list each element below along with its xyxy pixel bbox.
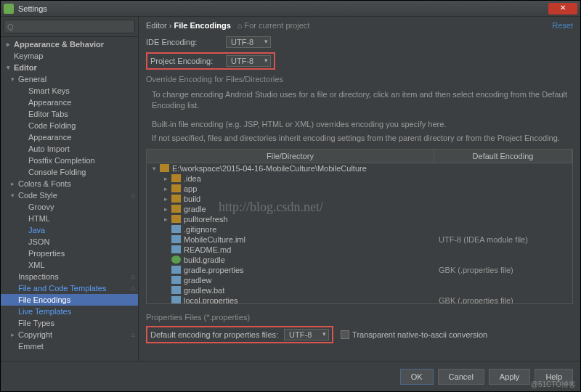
file-icon — [171, 276, 181, 284]
table-header: File/Directory Default Encoding — [147, 150, 572, 163]
table-row[interactable]: gradlew.bat — [147, 285, 572, 295]
folder-icon — [171, 205, 181, 213]
sidebar-item[interactable]: File Types — [1, 317, 138, 329]
properties-label: Default encoding for properties files: — [150, 330, 278, 339]
sidebar-item[interactable]: Postfix Completion — [1, 155, 138, 166]
sidebar-item[interactable]: File and Code Templates⌂ — [1, 282, 138, 294]
table-row[interactable]: ▸build — [147, 194, 572, 204]
sidebar-item[interactable]: ▾General — [1, 73, 138, 85]
table-row[interactable]: build.gradle — [147, 255, 572, 265]
table-row[interactable]: .gitignore — [147, 224, 572, 234]
override-desc2: Built-in file encoding (e.g. JSP, HTML o… — [152, 119, 573, 130]
window-title: Settings — [18, 4, 548, 13]
table-row[interactable]: README.md — [147, 245, 572, 255]
sidebar-item[interactable]: Emmet — [1, 340, 138, 352]
folder-icon — [171, 215, 181, 223]
sidebar-item[interactable]: Groovy — [1, 201, 138, 213]
sidebar-item[interactable]: File Encodings⌂ — [1, 294, 138, 306]
sidebar-item[interactable]: JSON — [1, 236, 138, 248]
folder-icon — [171, 195, 181, 203]
reset-link[interactable]: Reset — [552, 21, 573, 30]
sidebar-item[interactable]: Auto Import — [1, 143, 138, 155]
sidebar-item[interactable]: HTML — [1, 213, 138, 224]
apply-button[interactable]: Apply — [489, 369, 531, 385]
table-row[interactable]: ▸pulltorefresh — [147, 214, 572, 224]
transparent-label: Transparent native-to-ascii conversion — [352, 330, 487, 339]
sidebar-item[interactable]: ▸Colors & Fonts — [1, 178, 138, 189]
folder-icon — [171, 174, 181, 182]
content-pane: Editor › File Encodings ⌂ For current pr… — [139, 17, 580, 361]
file-icon — [171, 225, 181, 233]
breadcrumb: Editor › File Encodings ⌂ For current pr… — [146, 21, 309, 30]
table-row[interactable]: local.propertiesGBK (.properties file) — [147, 295, 572, 304]
app-icon — [4, 4, 14, 14]
table-row[interactable]: ▸gradle — [147, 204, 572, 214]
sidebar-item[interactable]: Appearance — [1, 131, 138, 143]
table-row[interactable]: gradlew — [147, 275, 572, 285]
sidebar-item[interactable]: ▾Code Style⌂ — [1, 189, 138, 201]
ide-encoding-label: IDE Encoding: — [146, 38, 226, 46]
file-icon — [171, 266, 181, 274]
folder-icon — [171, 184, 181, 192]
titlebar: Settings ✕ — [1, 1, 580, 17]
ide-encoding-dropdown[interactable]: UTF-8 — [226, 36, 271, 48]
sidebar-item[interactable]: XML — [1, 259, 138, 271]
settings-tree[interactable]: ▸Appearance & BehaviorKeymap▾Editor▾Gene… — [1, 37, 138, 361]
project-encoding-highlight: Project Encoding: UTF-8 — [146, 52, 275, 70]
dialog-footer: OK Cancel Apply Help — [1, 361, 580, 391]
sidebar-item[interactable]: Code Folding — [1, 120, 138, 131]
file-icon — [171, 286, 181, 294]
search-row — [1, 17, 138, 37]
properties-dropdown[interactable]: UTF-8 — [284, 329, 329, 340]
file-icon — [171, 245, 181, 253]
override-desc3: If not specified, files and directories … — [152, 133, 573, 144]
sidebar: ▸Appearance & BehaviorKeymap▾Editor▾Gene… — [1, 17, 139, 361]
file-icon — [171, 235, 181, 243]
sidebar-item[interactable]: Properties — [1, 248, 138, 259]
file-icon — [171, 296, 181, 304]
sidebar-item[interactable]: Smart Keys — [1, 85, 138, 97]
search-input[interactable] — [4, 20, 135, 33]
table-row[interactable]: MobileCulture.imlUTF-8 (IDEA module file… — [147, 234, 572, 245]
sidebar-item[interactable]: ▾Editor — [1, 62, 138, 73]
sidebar-item[interactable]: Live Templates — [1, 306, 138, 317]
table-row[interactable]: ▾E:\workspace\2015-04-16-MobileCulture\M… — [147, 163, 572, 173]
sidebar-item[interactable]: Java — [1, 224, 138, 236]
sidebar-item[interactable]: ▸Appearance & Behavior — [1, 38, 138, 50]
table-row[interactable]: ▸.idea — [147, 173, 572, 184]
properties-heading: Properties Files (*.properties) — [146, 313, 573, 322]
transparent-checkbox[interactable] — [341, 330, 349, 339]
sidebar-item[interactable]: Keymap — [1, 50, 138, 62]
project-encoding-dropdown[interactable]: UTF-8 — [226, 55, 271, 67]
table-row[interactable]: gradle.propertiesGBK (.properties file) — [147, 265, 572, 275]
sidebar-item[interactable]: Editor Tabs — [1, 108, 138, 120]
table-row[interactable]: ▸app — [147, 184, 572, 194]
folder-icon — [160, 164, 169, 172]
ok-button[interactable]: OK — [400, 369, 434, 385]
brand-footer: @51CTO博客 — [531, 380, 576, 390]
encoding-table[interactable]: File/Directory Default Encoding ▾E:\work… — [146, 149, 573, 304]
sidebar-item[interactable]: ▸Copyright⌂ — [1, 329, 138, 340]
override-heading: Override Encoding for Files/Directories — [146, 75, 573, 83]
close-icon[interactable]: ✕ — [548, 3, 577, 15]
project-encoding-label: Project Encoding: — [150, 57, 226, 65]
cancel-button[interactable]: Cancel — [438, 369, 484, 385]
gradle-icon — [171, 256, 181, 264]
properties-highlight: Default encoding for properties files: U… — [146, 326, 333, 343]
override-desc1: To change encoding Android Studio uses f… — [152, 89, 573, 112]
sidebar-item[interactable]: Console Folding — [1, 166, 138, 178]
sidebar-item[interactable]: Inspections⌂ — [1, 271, 138, 282]
sidebar-item[interactable]: Appearance — [1, 97, 138, 108]
